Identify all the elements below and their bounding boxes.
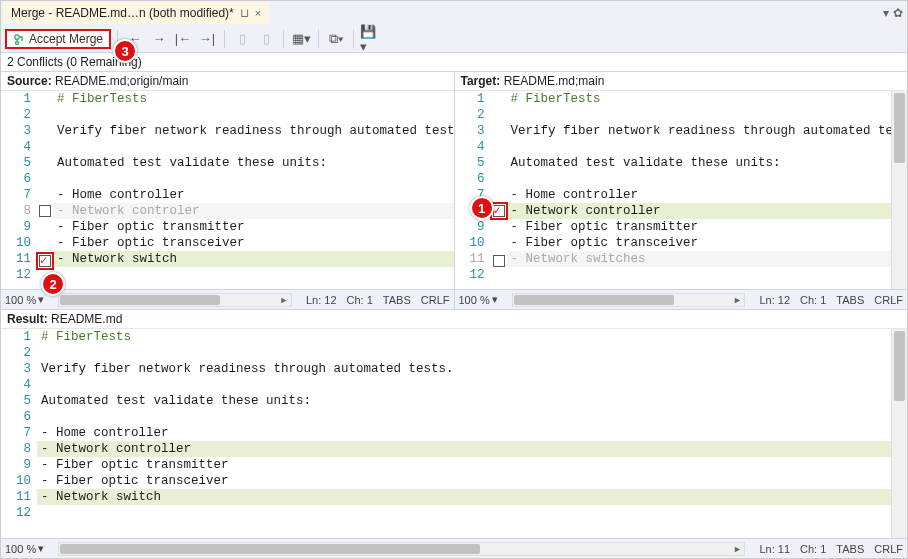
- code-line: Automated test validate these units:: [53, 155, 454, 171]
- result-path: README.md: [51, 312, 122, 326]
- status-ln: Ln: 11: [759, 543, 790, 555]
- code-line: - Fiber optic transmitter: [507, 219, 892, 235]
- result-editor[interactable]: 123456789101112# FiberTestsVerify fiber …: [1, 329, 907, 538]
- code-line: [507, 267, 892, 283]
- layout-icon[interactable]: ▦▾: [290, 28, 312, 50]
- result-label: Result:: [7, 312, 48, 326]
- conflict-checkbox[interactable]: [39, 205, 51, 217]
- merge-toolbar: Accept Merge ← → |← →| ▯ ▯ ▦▾ ⧉▾ 💾▾ 3: [1, 25, 907, 53]
- code-line: Automated test validate these units:: [37, 393, 891, 409]
- code-line: [37, 345, 891, 361]
- code-line: - Network switch: [53, 251, 454, 267]
- code-line: - Home controller: [37, 425, 891, 441]
- code-line: - Home controller: [53, 187, 454, 203]
- accept-merge-label: Accept Merge: [29, 32, 103, 46]
- target-path: README.md;main: [504, 74, 605, 88]
- code-line: # FiberTests: [37, 329, 891, 345]
- h-scrollbar[interactable]: ◄►: [512, 293, 746, 307]
- status-crlf[interactable]: CRLF: [874, 294, 903, 306]
- h-scrollbar[interactable]: ◄►: [58, 542, 745, 556]
- source-editor[interactable]: 123456789101112# FiberTestsVerify fiber …: [1, 91, 454, 289]
- code-line: - Fiber optic transceiver: [53, 235, 454, 251]
- source-label: Source:: [7, 74, 52, 88]
- close-icon[interactable]: ×: [255, 7, 261, 19]
- code-line: - Network controller: [507, 203, 892, 219]
- code-line: [507, 171, 892, 187]
- next-conflict-icon[interactable]: →: [148, 28, 170, 50]
- tab-bar: Merge - README.md…n (both modified)* ⊔ ×…: [1, 1, 907, 25]
- result-statusbar: 100 % ▾ ◄► Ln: 11 Ch: 1 TABS CRLF: [1, 538, 907, 558]
- target-pane: Target: README.md;main 123456789101112# …: [455, 72, 908, 309]
- source-path: README.md;origin/main: [55, 74, 188, 88]
- conflict-checkbox[interactable]: [493, 205, 505, 217]
- code-line: # FiberTests: [507, 91, 892, 107]
- code-line: - Fiber optic transceiver: [507, 235, 892, 251]
- first-conflict-icon[interactable]: |←: [172, 28, 194, 50]
- v-scrollbar[interactable]: [891, 329, 907, 538]
- target-statusbar: 100 % ▾ ◄► Ln: 12 Ch: 1 TABS CRLF: [455, 289, 908, 309]
- target-label: Target:: [461, 74, 501, 88]
- status-ch: Ch: 1: [800, 294, 826, 306]
- status-tabs[interactable]: TABS: [383, 294, 411, 306]
- last-conflict-icon[interactable]: →|: [196, 28, 218, 50]
- conflict-checkbox[interactable]: [39, 255, 51, 267]
- code-line: [507, 139, 892, 155]
- code-line: Verify fiber network readiness through a…: [507, 123, 892, 139]
- code-line: [53, 267, 454, 283]
- compare-icon[interactable]: ⧉▾: [325, 28, 347, 50]
- right-pane-icon[interactable]: ▯: [255, 28, 277, 50]
- status-tabs[interactable]: TABS: [836, 543, 864, 555]
- svg-point-1: [16, 41, 19, 44]
- code-line: - Network controller: [37, 441, 891, 457]
- left-pane-icon[interactable]: ▯: [231, 28, 253, 50]
- status-ch: Ch: 1: [347, 294, 373, 306]
- tab-title: Merge - README.md…n (both modified)*: [11, 6, 234, 20]
- code-line: - Network switch: [37, 489, 891, 505]
- zoom-control[interactable]: 100 % ▾: [5, 542, 44, 555]
- v-scrollbar[interactable]: [891, 91, 907, 289]
- zoom-control[interactable]: 100 % ▾: [5, 293, 44, 306]
- status-tabs[interactable]: TABS: [836, 294, 864, 306]
- callout-3: 3: [113, 39, 137, 63]
- accept-merge-button[interactable]: Accept Merge: [5, 29, 111, 49]
- code-line: # FiberTests: [53, 91, 454, 107]
- code-line: - Fiber optic transmitter: [37, 457, 891, 473]
- code-line: Verify fiber network readiness through a…: [53, 123, 454, 139]
- code-line: [37, 505, 891, 521]
- code-line: [53, 171, 454, 187]
- conflict-checkbox[interactable]: [493, 255, 505, 267]
- zoom-control[interactable]: 100 % ▾: [459, 293, 498, 306]
- callout-1: 1: [470, 196, 494, 220]
- pin-icon[interactable]: ⊔: [240, 6, 249, 20]
- code-line: [53, 107, 454, 123]
- status-ln: Ln: 12: [759, 294, 790, 306]
- status-ch: Ch: 1: [800, 543, 826, 555]
- dropdown-icon[interactable]: ▾: [883, 6, 889, 20]
- code-line: - Fiber optic transceiver: [37, 473, 891, 489]
- svg-point-0: [15, 34, 19, 38]
- code-line: - Fiber optic transmitter: [53, 219, 454, 235]
- status-crlf[interactable]: CRLF: [874, 543, 903, 555]
- result-pane: Result: README.md 123456789101112# Fiber…: [1, 309, 907, 558]
- gear-icon[interactable]: ✿: [893, 6, 903, 20]
- callout-2: 2: [41, 272, 65, 296]
- code-line: [507, 107, 892, 123]
- code-line: - Network switches: [507, 251, 892, 267]
- status-ln: Ln: 12: [306, 294, 337, 306]
- save-icon[interactable]: 💾▾: [360, 28, 382, 50]
- code-line: [37, 409, 891, 425]
- code-line: [37, 377, 891, 393]
- h-scrollbar[interactable]: ◄►: [58, 293, 292, 307]
- status-crlf[interactable]: CRLF: [421, 294, 450, 306]
- conflicts-summary: 2 Conflicts (0 Remaining): [1, 53, 907, 71]
- code-line: Automated test validate these units:: [507, 155, 892, 171]
- code-line: - Network controler: [53, 203, 454, 219]
- code-line: [53, 139, 454, 155]
- code-line: Verify fiber network readiness through a…: [37, 361, 891, 377]
- target-editor[interactable]: 123456789101112# FiberTestsVerify fiber …: [455, 91, 908, 289]
- code-line: - Home controller: [507, 187, 892, 203]
- document-tab[interactable]: Merge - README.md…n (both modified)* ⊔ ×: [3, 2, 269, 24]
- source-statusbar: 100 % ▾ ◄► Ln: 12 Ch: 1 TABS CRLF: [1, 289, 454, 309]
- source-pane: Source: README.md;origin/main 1234567891…: [1, 72, 455, 309]
